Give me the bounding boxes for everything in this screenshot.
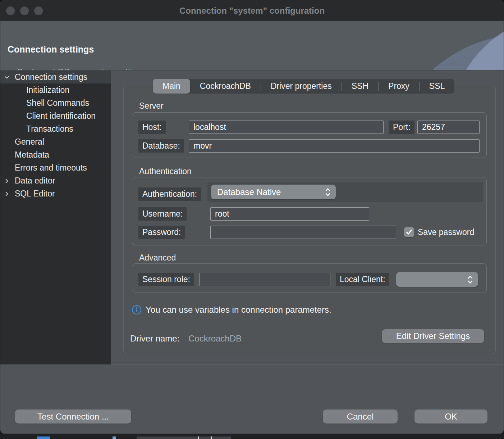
driver-name-value: CockroachDB bbox=[188, 334, 242, 344]
cancel-button[interactable]: Cancel bbox=[323, 409, 398, 424]
sidebar-item-sql-editor[interactable]: SQL Editor bbox=[0, 187, 111, 200]
header-subtitle: CockroachDB connection settings bbox=[17, 67, 146, 71]
tab-ssh[interactable]: SSH bbox=[342, 79, 378, 94]
chevron-right-icon bbox=[4, 191, 10, 197]
background-strip bbox=[0, 434, 504, 439]
sidebar-item-label: SQL Editor bbox=[15, 189, 55, 199]
ok-button[interactable]: OK bbox=[414, 409, 487, 424]
window-title: Connection "system" configuration bbox=[0, 0, 504, 21]
sidebar-item-general[interactable]: General bbox=[0, 135, 111, 148]
sidebar-item-label: Metadata bbox=[15, 150, 49, 160]
host-input[interactable] bbox=[189, 121, 384, 134]
chevron-down-icon bbox=[4, 74, 10, 81]
stepper-chevrons-icon bbox=[467, 275, 473, 284]
main-tab-panel: Server Host: Port: Database: Authenticat… bbox=[123, 85, 496, 354]
sidebar-item-data-editor[interactable]: Data editor bbox=[0, 174, 111, 187]
sidebar-item-errors-and-timeouts[interactable]: Errors and timeouts bbox=[0, 161, 111, 174]
tab-driver-properties[interactable]: Driver properties bbox=[261, 79, 342, 94]
session-role-label: Session role: bbox=[138, 273, 194, 286]
sidebar-item-metadata[interactable]: Metadata bbox=[0, 148, 111, 161]
sidebar-item-client-identification[interactable]: Client identification bbox=[0, 109, 111, 122]
database-input[interactable] bbox=[189, 139, 480, 153]
chevron-right-icon bbox=[4, 178, 10, 184]
checkmark-icon bbox=[406, 229, 412, 235]
password-input[interactable] bbox=[210, 226, 396, 239]
server-section-title: Server bbox=[139, 101, 164, 111]
port-label: Port: bbox=[389, 121, 414, 134]
database-label: Database: bbox=[138, 139, 184, 153]
port-input[interactable] bbox=[417, 121, 480, 134]
authentication-dropdown[interactable]: Database Native bbox=[211, 185, 336, 199]
footer-divider bbox=[0, 365, 504, 365]
header-banner: Connection settings CockroachDB connecti… bbox=[0, 21, 504, 71]
sidebar-item-label: Shell Commands bbox=[26, 98, 89, 108]
background-dot bbox=[198, 436, 199, 439]
authentication-dropdown-value: Database Native bbox=[217, 187, 325, 197]
info-message: You can use variables in connection para… bbox=[146, 305, 331, 315]
save-password-label: Save password bbox=[418, 227, 480, 237]
sidebar-item-label: Connection settings bbox=[15, 72, 87, 82]
background-gray-segment bbox=[137, 436, 231, 439]
tab-proxy[interactable]: Proxy bbox=[379, 79, 419, 94]
advanced-section-title: Advanced bbox=[139, 253, 176, 263]
sidebar-item-label: Data editor bbox=[15, 176, 55, 186]
host-label: Host: bbox=[138, 121, 166, 134]
test-connection-button[interactable]: Test Connection ... bbox=[15, 409, 131, 424]
sidebar-item-transactions[interactable]: Transactions bbox=[0, 122, 111, 135]
sidebar-item-label: Transactions bbox=[26, 124, 73, 134]
info-icon-glyph: i bbox=[136, 306, 137, 314]
sidebar-item-label: Client identification bbox=[26, 111, 96, 121]
edit-driver-settings-button[interactable]: Edit Driver Settings bbox=[382, 329, 484, 343]
stepper-chevrons-icon bbox=[325, 187, 331, 197]
sidebar-item-label: Initialization bbox=[26, 85, 69, 95]
info-icon: i bbox=[132, 305, 141, 314]
authentication-section-title: Authentication bbox=[139, 167, 192, 176]
tab-cockroachdb[interactable]: CockroachDB bbox=[190, 79, 261, 94]
save-password-checkbox[interactable] bbox=[404, 227, 414, 237]
decorative-arcs bbox=[385, 21, 504, 71]
tab-ssl[interactable]: SSL bbox=[420, 79, 454, 94]
tab-bar: Main CockroachDB Driver properties SSH P… bbox=[153, 79, 454, 94]
sidebar-item-label: General bbox=[15, 137, 44, 147]
password-label: Password: bbox=[138, 226, 185, 239]
tab-main[interactable]: Main bbox=[153, 79, 190, 94]
sidebar-item-shell-commands[interactable]: Shell Commands bbox=[0, 96, 111, 109]
local-client-dropdown[interactable] bbox=[396, 272, 478, 287]
username-label: Username: bbox=[138, 207, 187, 221]
panel-divider bbox=[130, 321, 490, 321]
background-accent-segment bbox=[37, 436, 50, 439]
local-client-label: Local Client: bbox=[336, 273, 389, 286]
username-input[interactable] bbox=[210, 207, 369, 221]
sidebar-item-label: Errors and timeouts bbox=[15, 163, 87, 173]
titlebar: Connection "system" configuration bbox=[0, 0, 504, 21]
session-role-input[interactable] bbox=[200, 273, 330, 286]
sidebar-item-connection-settings[interactable]: Connection settings bbox=[0, 71, 111, 83]
header-title: Connection settings bbox=[8, 44, 94, 55]
background-accent-segment bbox=[113, 436, 116, 439]
sidebar-item-initialization[interactable]: Initialization bbox=[0, 83, 111, 96]
authentication-label: Authentication: bbox=[138, 187, 201, 201]
connection-configuration-dialog: Connection "system" configuration Connec… bbox=[0, 0, 504, 434]
background-dot bbox=[211, 436, 212, 439]
driver-name-label: Driver name: bbox=[130, 334, 179, 344]
settings-tree: Connection settings Initialization Shell… bbox=[0, 71, 111, 365]
sidebar-divider bbox=[114, 71, 114, 365]
